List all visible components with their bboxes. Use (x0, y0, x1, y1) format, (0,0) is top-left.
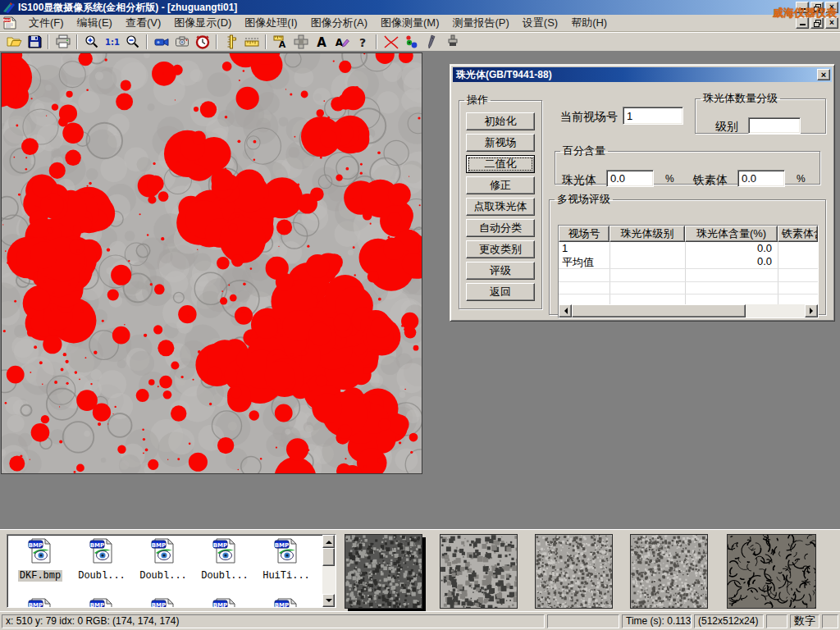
level-input[interactable] (748, 117, 801, 134)
file-item[interactable]: DKF.bmp (11, 537, 70, 582)
micrograph-image[interactable] (2, 53, 422, 473)
scale-annotation-button[interactable]: A (270, 33, 290, 51)
bmp-file-icon (89, 537, 115, 564)
file-item[interactable] (257, 597, 316, 608)
file-name[interactable]: Doubl... (76, 570, 127, 582)
scrollbar-thumb[interactable] (572, 304, 746, 317)
point-pick-button[interactable] (422, 33, 442, 51)
app-logo-icon (2, 2, 16, 13)
change-class-button[interactable]: 更改类别 (466, 240, 535, 258)
correct-button[interactable]: 修正 (466, 176, 535, 194)
rate-button[interactable]: 评级 (466, 262, 535, 280)
menu-view[interactable]: 查看(V) (119, 15, 167, 31)
return-button[interactable]: 返回 (466, 283, 535, 301)
file-list-scrollbar[interactable] (322, 535, 336, 607)
menu-help[interactable]: 帮助(H) (564, 15, 614, 31)
table-horizontal-scrollbar[interactable] (559, 304, 818, 317)
print-button[interactable] (52, 33, 73, 51)
open-file-button[interactable] (3, 33, 24, 51)
file-item[interactable]: Doubl... (72, 537, 131, 582)
file-name[interactable]: HuiTi... (261, 570, 312, 582)
file-item[interactable]: Doubl... (134, 537, 193, 582)
file-item[interactable] (134, 597, 193, 608)
help-button[interactable]: ? (352, 33, 372, 51)
scroll-down-button[interactable] (322, 594, 335, 607)
toolbar-separator (265, 34, 267, 49)
file-item[interactable]: HuiTi... (257, 537, 316, 582)
file-name[interactable]: Doubl... (199, 570, 250, 582)
grid-merge-button[interactable] (290, 33, 311, 51)
arrow-up-icon (326, 537, 332, 544)
new-field-button[interactable]: 新视场 (466, 134, 535, 152)
text-annotation-button[interactable]: A (311, 33, 331, 51)
column-ferrite-content[interactable]: 铁素体含量(%) (778, 226, 818, 242)
svg-text:A: A (317, 34, 326, 49)
pearlite-percent-input[interactable] (606, 170, 654, 187)
file-item[interactable] (195, 597, 254, 608)
thumbnail-image[interactable] (630, 534, 708, 609)
zoom-in-button[interactable] (81, 33, 102, 51)
svg-text:A: A (278, 39, 285, 50)
file-item[interactable]: Doubl... (195, 537, 254, 582)
current-field-input[interactable] (623, 107, 683, 125)
save-button[interactable] (24, 33, 44, 51)
thumbnail-image[interactable] (535, 534, 613, 609)
bmp-file-icon (212, 537, 238, 564)
file-name[interactable]: DKF.bmp (18, 570, 62, 582)
table-row-pearlite-value: 0.0 (683, 242, 772, 254)
dialog-title-bar[interactable]: 珠光体(GB/T9441-88) × (453, 67, 832, 82)
color-classify-button[interactable] (401, 33, 422, 51)
scroll-right-button[interactable] (805, 304, 818, 317)
video-capture-button[interactable] (151, 33, 171, 51)
column-pearlite-grade[interactable]: 珠光体级别 (609, 226, 685, 242)
menu-image-measure[interactable]: 图像测量(M) (374, 15, 446, 31)
file-panel: DKF.bmp Doubl... Doubl... Doubl... HuiTi… (0, 529, 840, 611)
caliper-measure-button[interactable] (221, 33, 241, 51)
menu-image-display[interactable]: 图像显示(D) (167, 15, 238, 31)
scrollbar-thumb[interactable] (322, 548, 335, 566)
menu-image-analysis[interactable]: 图像分析(A) (304, 15, 374, 31)
thumbnail-image[interactable] (727, 534, 816, 609)
menu-image-process[interactable]: 图像处理(I) (238, 15, 304, 31)
table-row-field[interactable]: 1 (562, 242, 568, 254)
actual-size-button[interactable]: 1:1 (102, 33, 122, 51)
pick-pearlite-button[interactable]: 点取珠光体 (466, 198, 535, 216)
thumbnail-image[interactable] (345, 534, 422, 609)
table-gridline (778, 242, 778, 304)
menu-settings[interactable]: 设置(S) (516, 15, 564, 31)
binarize-button[interactable]: 二值化 (466, 155, 535, 173)
menu-file[interactable]: 文件(F) (22, 15, 71, 31)
initialize-button[interactable]: 初始化 (466, 112, 535, 130)
level-label: 级别 (715, 120, 738, 135)
timer-button[interactable] (192, 33, 212, 51)
ferrite-percent-input[interactable] (737, 170, 785, 187)
ruler-icon (244, 34, 260, 50)
paint-fill-button[interactable] (442, 33, 463, 51)
scrollbar-track[interactable] (746, 304, 805, 317)
column-field-number[interactable]: 视场号 (559, 226, 609, 242)
table-gridline (559, 294, 818, 294)
column-pearlite-content[interactable]: 珠光体含量(%) (685, 226, 778, 242)
dialog-close-button[interactable]: × (817, 69, 830, 80)
file-name[interactable]: Doubl... (138, 570, 189, 582)
auto-classify-button[interactable]: 自动分类 (466, 219, 535, 237)
length-measure-button[interactable] (241, 33, 262, 51)
camera-capture-button[interactable] (171, 33, 192, 51)
scroll-left-button[interactable] (559, 304, 572, 317)
delete-measure-button[interactable] (381, 33, 401, 51)
table-row-pearlite-value: 0.0 (683, 255, 772, 267)
open-folder-icon (6, 34, 22, 50)
zoom-out-button[interactable] (122, 33, 143, 51)
table-row-field[interactable]: 平均值 (562, 255, 594, 270)
file-item[interactable] (11, 597, 70, 608)
file-item[interactable] (72, 597, 131, 608)
thumbnail-image[interactable] (440, 534, 518, 609)
arrow-right-icon (810, 308, 816, 314)
menu-report[interactable]: 测量报告(P) (445, 15, 515, 31)
menu-edit[interactable]: 编辑(E) (71, 15, 119, 31)
toolbar-separator (216, 34, 217, 49)
edit-annotation-button[interactable]: A (331, 33, 352, 51)
scroll-up-button[interactable] (322, 535, 335, 548)
image-frame (1, 52, 422, 474)
svg-text:?: ? (358, 35, 365, 48)
